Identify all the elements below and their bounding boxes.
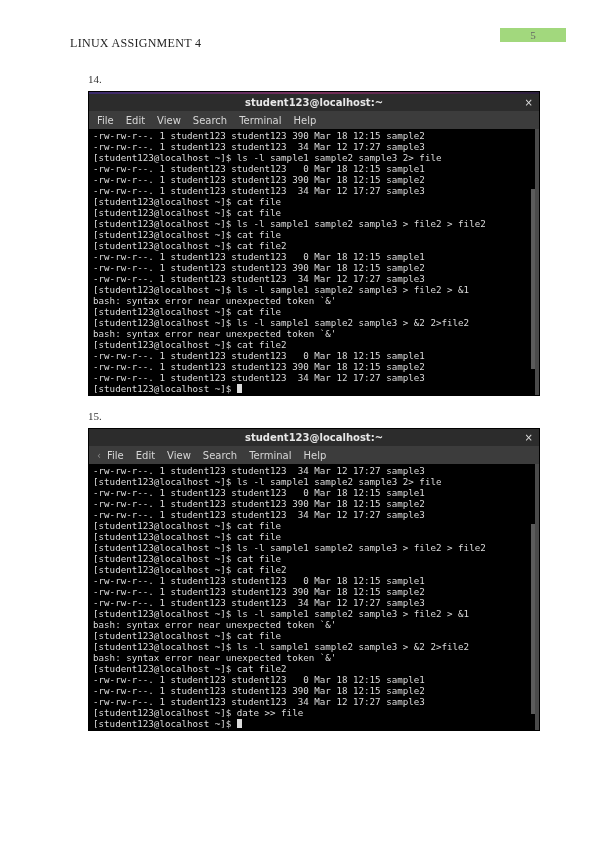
terminal-titlebar: student123@localhost:~ × [89,429,539,446]
terminal-titlebar: student123@localhost:~ × [89,94,539,111]
terminal-menubar: ‹ File Edit View Search Terminal Help [89,446,539,464]
back-icon: ‹ [97,450,101,461]
terminal-body[interactable]: -rw-rw-r--. 1 student123 student123 390 … [89,129,539,395]
menu-help[interactable]: Help [293,115,316,126]
scrollbar-thumb[interactable] [531,189,535,369]
terminal-body[interactable]: -rw-rw-r--. 1 student123 student123 34 M… [89,464,539,730]
menu-edit[interactable]: Edit [126,115,145,126]
menu-search[interactable]: Search [203,450,237,461]
page-number-badge: 5 [500,28,566,42]
menu-edit[interactable]: Edit [136,450,155,461]
terminal-window-14: student123@localhost:~ × File Edit View … [88,91,540,396]
menu-view[interactable]: View [167,450,191,461]
terminal-title-text: student123@localhost:~ [245,432,383,443]
item-number-15: 15. [30,410,566,422]
menu-file[interactable]: File [97,115,114,126]
terminal-menubar: File Edit View Search Terminal Help [89,111,539,129]
scrollbar-thumb[interactable] [531,524,535,714]
close-icon[interactable]: × [525,429,533,446]
menu-file[interactable]: File [107,450,124,461]
terminal-output: -rw-rw-r--. 1 student123 student123 390 … [93,130,534,394]
terminal-window-15: student123@localhost:~ × ‹ File Edit Vie… [88,428,540,731]
close-icon[interactable]: × [525,94,533,111]
item-number-14: 14. [30,73,566,85]
terminal-title-text: student123@localhost:~ [245,97,383,108]
page-title: LINUX ASSIGNMENT 4 [30,28,201,51]
menu-terminal[interactable]: Terminal [239,115,281,126]
menu-help[interactable]: Help [303,450,326,461]
menu-view[interactable]: View [157,115,181,126]
terminal-output: -rw-rw-r--. 1 student123 student123 34 M… [93,465,534,729]
document-page: LINUX ASSIGNMENT 4 5 14. student123@loca… [0,0,596,842]
menu-search[interactable]: Search [193,115,227,126]
menu-terminal[interactable]: Terminal [249,450,291,461]
header-row: LINUX ASSIGNMENT 4 5 [30,28,566,51]
